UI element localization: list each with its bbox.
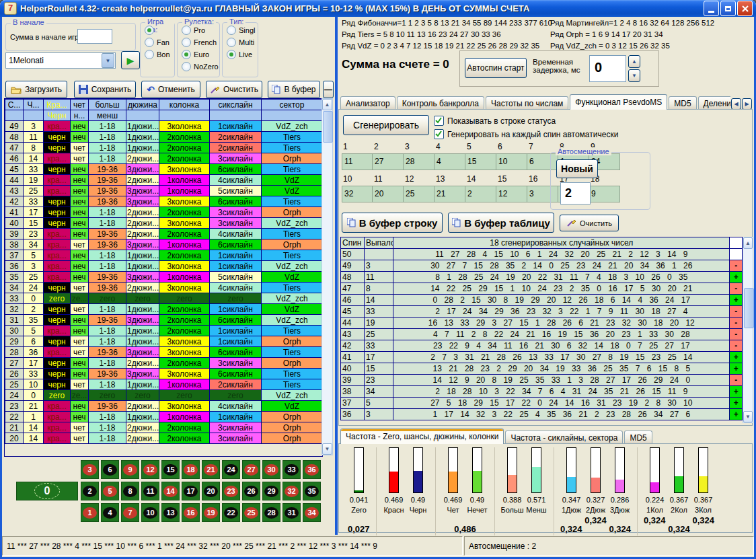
tab-scroll-left-icon[interactable]: ◀: [731, 98, 741, 110]
table-cell[interactable]: кра...: [44, 433, 71, 444]
table-row[interactable]: 305кра...неч1-181дюжи...2колонка1сиклайн…: [5, 326, 323, 336]
table-cell[interactable]: 37: [5, 250, 24, 261]
tab-scroll-right-icon[interactable]: ▶: [742, 98, 752, 110]
roulette-cell[interactable]: 27: [242, 460, 260, 479]
table-cell[interactable]: Orph: [262, 153, 323, 164]
load-button[interactable]: Загрузить: [5, 81, 67, 98]
table-cell[interactable]: 2сиклайн: [210, 143, 262, 153]
table-cell[interactable]: zero: [159, 293, 210, 304]
spinner-down-icon[interactable]: ▼: [628, 69, 640, 82]
radio-option[interactable]: Euro: [182, 50, 219, 59]
table-cell[interactable]: zero: [89, 390, 126, 401]
table-cell[interactable]: 4сиклайн: [210, 229, 262, 239]
tab-frequencies[interactable]: Частоты по числам: [486, 96, 568, 110]
table-cell[interactable]: 23: [24, 229, 44, 239]
table-cell[interactable]: 32: [5, 304, 24, 315]
table-cell[interactable]: 2колонка: [159, 422, 210, 433]
radio-option[interactable]: NoZero: [182, 62, 219, 71]
column-header[interactable]: [126, 110, 159, 121]
table-cell[interactable]: неч: [71, 412, 89, 422]
roulette-cell[interactable]: 31: [282, 503, 301, 522]
table-cell[interactable]: черн: [44, 207, 71, 218]
table-cell[interactable]: неч: [71, 358, 89, 369]
table-cell[interactable]: 17: [24, 207, 44, 218]
table-cell[interactable]: 3колонка: [159, 347, 210, 358]
table-cell[interactable]: 1колонка: [159, 272, 210, 283]
table-row[interactable]: 221кра...неч1-181дюжи...1колонка1сиклайн…: [5, 412, 323, 422]
table-row[interactable]: 4533черннеч19-363дюжи...3колонка6сиклайн…: [5, 164, 323, 175]
scroll-up-icon[interactable]: ▲: [322, 99, 332, 110]
table-cell[interactable]: 2колонка: [159, 315, 210, 326]
table-cell[interactable]: 3колонка: [159, 164, 210, 175]
column-header[interactable]: чет: [71, 100, 89, 110]
table-cell[interactable]: 15: [24, 218, 44, 229]
table-cell[interactable]: 19-36: [89, 283, 126, 293]
roulette-cell[interactable]: 3: [81, 460, 99, 479]
tab-psevdoms[interactable]: Функционал PsevdoMS: [570, 94, 667, 110]
table-cell[interactable]: 17: [24, 358, 44, 369]
table-cell[interactable]: 3сиклайн: [210, 433, 262, 444]
table-cell[interactable]: неч: [71, 196, 89, 207]
table-cell[interactable]: 21: [5, 422, 24, 433]
spinner-up-icon[interactable]: ▲: [628, 55, 640, 68]
table-cell[interactable]: кра...: [44, 347, 71, 358]
scroll-up-icon[interactable]: ▲: [743, 237, 753, 249]
table-cell[interactable]: 2дюжи...: [126, 218, 159, 229]
table-cell[interactable]: 3дюжи...: [126, 347, 159, 358]
table-cell[interactable]: чет: [71, 336, 89, 347]
panel-splitter[interactable]: [335, 17, 338, 535]
table-cell[interactable]: 1-18: [89, 153, 126, 164]
column-header[interactable]: н...: [71, 110, 89, 121]
table-cell[interactable]: zero: [126, 390, 159, 401]
table-cell[interactable]: 30: [5, 326, 24, 336]
table-cell[interactable]: VdZ: [262, 401, 323, 412]
table-cell[interactable]: 19-36: [89, 196, 126, 207]
column-header[interactable]: сикслайн: [210, 100, 262, 110]
table-cell[interactable]: чет: [71, 153, 89, 164]
table-row[interactable]: 4233черннеч19-363дюжи...3колонка6сиклайн…: [5, 196, 323, 207]
table-cell[interactable]: 3дюжи...: [126, 196, 159, 207]
copy-buffer-button[interactable]: В буфер: [268, 81, 320, 98]
table-cell[interactable]: кра...: [44, 261, 71, 272]
column-header[interactable]: дюжина: [126, 100, 159, 110]
table-cell[interactable]: черн: [44, 369, 71, 379]
table-cell[interactable]: чет: [71, 239, 89, 250]
table-cell[interactable]: 3колонка: [159, 261, 210, 272]
table-cell[interactable]: 22: [5, 412, 24, 422]
table-cell[interactable]: 3дюжи...: [126, 272, 159, 283]
copy-row-button[interactable]: В буфер строку: [342, 213, 443, 233]
table-cell[interactable]: 2дюжи...: [126, 175, 159, 186]
table-cell[interactable]: Orph: [262, 412, 323, 422]
preset-combo[interactable]: 1Melonati ▼: [5, 52, 116, 69]
table-cell[interactable]: VdZ_zch: [262, 121, 323, 132]
table-cell[interactable]: 31: [5, 315, 24, 326]
table-cell[interactable]: 5: [24, 326, 44, 336]
table-cell[interactable]: 1-18: [89, 121, 126, 132]
table-cell[interactable]: 33: [24, 369, 44, 379]
table-cell[interactable]: 2дюжи...: [126, 207, 159, 218]
table-cell[interactable]: 3колонка: [159, 283, 210, 293]
table-cell[interactable]: 6сиклайн: [210, 347, 262, 358]
table-cell[interactable]: 1-18: [89, 304, 126, 315]
table-cell[interactable]: черн: [44, 132, 71, 143]
table-cell[interactable]: 23: [5, 401, 24, 412]
table-cell[interactable]: ze...: [71, 293, 89, 304]
table-cell[interactable]: Tiers: [262, 283, 323, 293]
table-row[interactable]: 392314 12 9 20 8 19 25 35 33 1 3 28 27 1…: [341, 375, 743, 386]
table-row[interactable]: 49330 27 7 15 28 35 2 14 0 25 23 24 21 2…: [341, 260, 743, 272]
table-cell[interactable]: 47: [5, 143, 24, 153]
table-cell[interactable]: 25: [24, 272, 44, 283]
table-cell[interactable]: 1-18: [89, 261, 126, 272]
table-cell[interactable]: 1-18: [89, 379, 126, 390]
roulette-cell[interactable]: 1: [81, 503, 99, 522]
table-cell[interactable]: неч: [71, 229, 89, 239]
scrollbar-thumb[interactable]: [744, 288, 754, 328]
table-row[interactable]: 46140 28 2 15 30 8 19 29 20 12 26 18 6 1…: [341, 295, 743, 306]
table-cell[interactable]: 3сиклайн: [210, 358, 262, 369]
table-cell[interactable]: 19: [24, 175, 44, 186]
roulette-cell[interactable]: 14: [161, 482, 180, 500]
table-cell[interactable]: 3дюжи...: [126, 239, 159, 250]
table-row[interactable]: 3525кра...неч19-363дюжи...1колонка5сикла…: [5, 272, 323, 283]
roulette-cell[interactable]: 15: [161, 460, 180, 479]
table-cell[interactable]: 1колонка: [159, 379, 210, 390]
